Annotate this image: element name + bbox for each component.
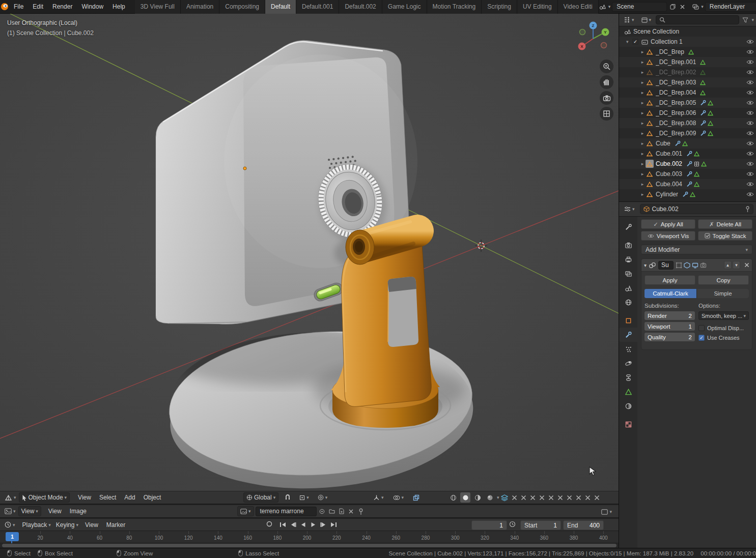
eye-icon[interactable] (746, 80, 754, 85)
viewport-menu-item[interactable]: View (74, 494, 95, 501)
preview-range-clock-icon[interactable] (509, 521, 516, 527)
collection-name[interactable]: Collection 1 (651, 38, 683, 45)
workspace-tab[interactable]: Scripting (482, 0, 517, 14)
timeline-marker-menu[interactable]: Marker (102, 521, 129, 528)
object-name[interactable]: _DC_Brep.004 (656, 89, 696, 96)
eye-icon[interactable] (746, 182, 754, 187)
object-name[interactable]: Cylinder (656, 191, 678, 198)
shading-solid-button[interactable] (460, 492, 470, 503)
eye-icon[interactable] (746, 90, 754, 95)
3d-viewport[interactable]: User Orthographic (Local) (1) Scene Coll… (0, 14, 619, 491)
playhead[interactable]: 1 (6, 532, 19, 541)
scrollbar-thumb[interactable] (2, 544, 617, 547)
remove-modifier-button[interactable] (744, 262, 749, 268)
outliner-row[interactable]: ▸ _DC_Brep.001 (619, 57, 756, 67)
collection-checkbox[interactable]: ✓ (632, 39, 638, 45)
eye-icon[interactable] (746, 49, 754, 54)
tab-modifiers[interactable] (619, 328, 637, 342)
object-name[interactable]: Cube (656, 140, 670, 147)
menubar-item[interactable]: Help (108, 3, 130, 10)
eye-icon[interactable] (746, 161, 754, 166)
viewport-vis-button[interactable]: Viewport Vis (641, 231, 695, 241)
apply-all-button[interactable]: ✓Apply All (641, 219, 695, 229)
navigation-gizmo[interactable]: Z Y X (574, 20, 612, 57)
new-image-icon[interactable] (338, 507, 346, 516)
header-x-toggle-icon[interactable] (567, 495, 572, 501)
pan-hand-button[interactable] (600, 75, 613, 89)
eye-icon[interactable] (746, 110, 754, 115)
eye-icon[interactable] (746, 39, 754, 44)
disclosure-icon[interactable]: ▸ (639, 110, 646, 115)
disclosure-icon[interactable]: ▸ (639, 192, 646, 197)
pin-icon[interactable] (358, 508, 363, 515)
breadcrumb[interactable]: Cube.002 (640, 204, 753, 214)
realtime-toggle-icon[interactable] (692, 262, 698, 269)
image-source-icon[interactable] (318, 507, 326, 516)
blender-logo-icon[interactable] (0, 2, 9, 11)
pin-icon[interactable] (745, 206, 750, 213)
camera-view-button[interactable] (600, 91, 613, 105)
eye-icon[interactable] (746, 70, 754, 75)
image-name-field[interactable]: terreno marrone (256, 507, 317, 516)
workspace-tab[interactable]: Video Editi (558, 0, 599, 14)
outliner-row[interactable]: ▸ _DC_Brep (619, 47, 756, 57)
disclosure-icon[interactable]: ▸ (639, 60, 646, 65)
scene-icon[interactable] (599, 2, 607, 11)
open-image-folder-icon[interactable] (328, 507, 336, 516)
eye-icon[interactable] (746, 60, 754, 65)
outliner-row[interactable]: ▸ _DC_Brep.002 (619, 67, 756, 77)
object-name[interactable]: Cube.002 (656, 160, 682, 167)
tab-world[interactable] (619, 295, 637, 309)
eye-icon[interactable] (746, 100, 754, 105)
editor-type-button[interactable]: ▾ (2, 506, 18, 516)
delete-all-button[interactable]: ✗Delete All (698, 219, 752, 229)
tab-physics[interactable] (619, 356, 637, 370)
disclosure-icon[interactable]: ▾ (626, 39, 632, 44)
disclosure-icon[interactable]: ▸ (639, 49, 646, 54)
tab-object[interactable] (619, 313, 637, 328)
playback-menu[interactable]: Playback▾ (20, 520, 53, 530)
outliner-row[interactable]: ▸ _DC_Brep.005 (619, 98, 756, 108)
object-name[interactable]: _DC_Brep.002 (656, 69, 696, 76)
eye-icon[interactable] (746, 171, 754, 177)
editor-type-button[interactable]: ▾ (2, 492, 19, 503)
subdivision-number-field[interactable]: Viewport1 (645, 322, 695, 331)
object-name[interactable]: _DC_Brep.006 (656, 109, 696, 116)
workspace-tab[interactable]: Default.001 (296, 0, 339, 14)
outliner-row[interactable]: ▸ _DC_Brep.003 (619, 77, 756, 87)
view-layer-name-field[interactable]: RenderLayer (705, 2, 756, 12)
play-reverse-button[interactable] (298, 520, 307, 530)
viewport-menu-item[interactable]: Object (139, 494, 165, 501)
editor-type-button[interactable]: ▾ (621, 15, 637, 25)
disclosure-icon[interactable]: ▸ (639, 182, 646, 187)
menubar-item[interactable]: Window (77, 3, 108, 10)
tab-render[interactable] (619, 238, 637, 252)
tab-output[interactable] (619, 252, 637, 267)
mode-dropdown[interactable]: Object Mode▾ (19, 492, 70, 503)
panel-disclosure-icon[interactable]: ▾ (644, 262, 647, 268)
snap-magnet-icon[interactable] (282, 492, 293, 503)
outliner-row-collection[interactable]: ▾ ✓ Collection 1 (619, 37, 756, 47)
apply-button[interactable]: Apply (645, 275, 695, 285)
snap-target-dropdown[interactable]: ▾ (297, 492, 312, 503)
shading-wireframe-button[interactable] (448, 492, 458, 503)
shading-material-button[interactable] (472, 492, 483, 503)
header-x-toggle-icon[interactable] (521, 495, 526, 501)
outliner-row[interactable]: ▸ Cube (619, 138, 756, 149)
image-mode-dropdown[interactable]: View▾ (18, 506, 41, 516)
timeline-scrollbar[interactable] (0, 543, 619, 548)
workspace-tab[interactable]: Default (265, 0, 296, 14)
outliner-row[interactable]: ▸ _DC_Brep.008 (619, 118, 756, 128)
on-cage-toggle-icon[interactable] (676, 262, 682, 269)
search-input[interactable] (656, 15, 739, 24)
outliner-row[interactable]: ▸ Cube.001 (619, 149, 756, 159)
xray-toggle-icon[interactable] (410, 492, 422, 503)
timeline-view-menu[interactable]: View (81, 521, 102, 528)
header-x-toggle-icon[interactable] (557, 495, 563, 501)
tab-material[interactable] (619, 399, 637, 413)
outliner-row[interactable]: ▸ Cube.004 (619, 179, 756, 189)
viewport-menu-item[interactable]: Add (120, 494, 139, 501)
workspace-tab[interactable]: Compositing (219, 0, 265, 14)
tab-texture[interactable] (619, 417, 637, 431)
tab-view-layer[interactable] (619, 267, 637, 281)
